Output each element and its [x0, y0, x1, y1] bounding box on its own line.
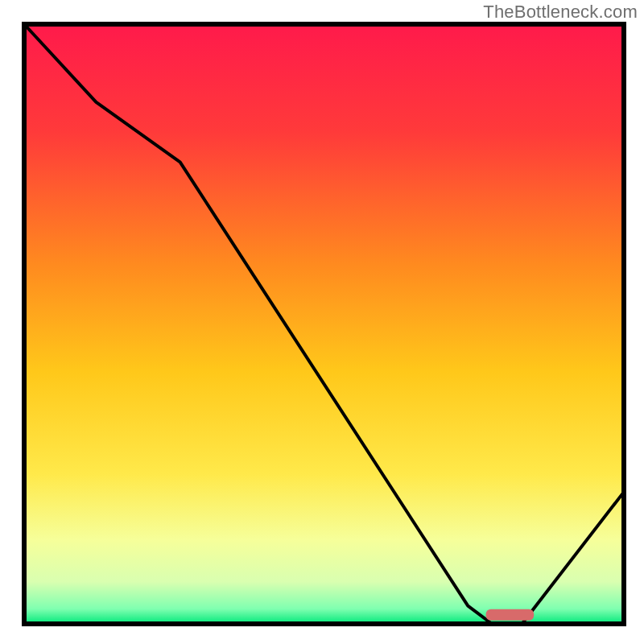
- chart-container: TheBottleneck.com: [0, 0, 644, 644]
- watermark-text: TheBottleneck.com: [483, 2, 638, 23]
- bottleneck-chart: [0, 0, 644, 644]
- optimal-zone-marker: [486, 609, 535, 621]
